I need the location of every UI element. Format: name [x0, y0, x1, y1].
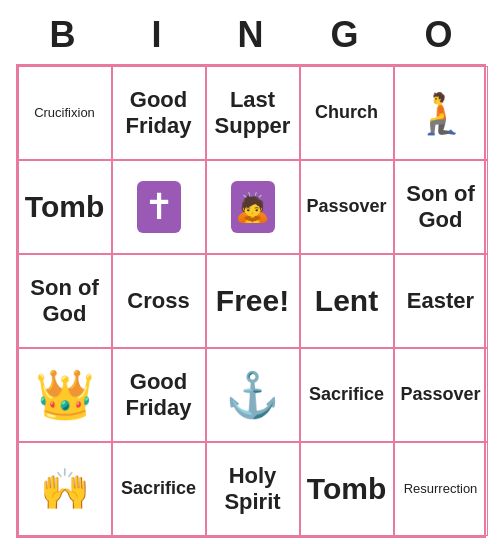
- cell-r3-c1: Good Friday: [112, 348, 206, 442]
- cell-label: Tomb: [307, 472, 386, 506]
- pray-icon: [231, 181, 275, 233]
- cell-r0-c1: Good Friday: [112, 66, 206, 160]
- cell-r2-c3: Lent: [300, 254, 394, 348]
- cell-label: Passover: [400, 384, 480, 406]
- cell-r2-c0: Son of God: [18, 254, 112, 348]
- cross-icon: [137, 181, 181, 233]
- cell-label: Sacrifice: [121, 478, 196, 500]
- header-o: O: [392, 10, 486, 60]
- cell-label: Crucifixion: [34, 105, 95, 121]
- cell-label: Son of God: [23, 275, 107, 328]
- cell-r0-c4: 🧎: [394, 66, 488, 160]
- cell-r4-c2: Holy Spirit: [206, 442, 300, 536]
- cell-r0-c3: Church: [300, 66, 394, 160]
- cell-label: Lent: [315, 284, 378, 318]
- cell-r4-c3: Tomb: [300, 442, 394, 536]
- cell-r3-c2: ⚓: [206, 348, 300, 442]
- cell-r1-c0: Tomb: [18, 160, 112, 254]
- cell-label: Holy Spirit: [211, 463, 295, 516]
- cell-r3-c4: Passover: [394, 348, 488, 442]
- cell-emoji: 🧎: [416, 90, 466, 137]
- cell-r1-c2: [206, 160, 300, 254]
- cell-r2-c2: Free!: [206, 254, 300, 348]
- bingo-header: B I N G O: [16, 10, 486, 60]
- cell-label: Free!: [216, 284, 289, 318]
- header-g: G: [298, 10, 392, 60]
- cell-r2-c4: Easter: [394, 254, 488, 348]
- bingo-card: B I N G O CrucifixionGood FridayLast Sup…: [6, 0, 496, 544]
- cell-label: Sacrifice: [309, 384, 384, 406]
- cell-r4-c0: 🙌: [18, 442, 112, 536]
- cell-label: Last Supper: [211, 87, 295, 140]
- cell-label: Good Friday: [117, 87, 201, 140]
- cell-r1-c1: [112, 160, 206, 254]
- cell-label: Tomb: [25, 190, 104, 224]
- header-b: B: [16, 10, 110, 60]
- cell-r2-c1: Cross: [112, 254, 206, 348]
- header-n: N: [204, 10, 298, 60]
- cell-label: Good Friday: [117, 369, 201, 422]
- cell-label: Easter: [407, 288, 474, 314]
- cell-label: Passover: [306, 196, 386, 218]
- cell-r0-c0: Crucifixion: [18, 66, 112, 160]
- cell-emoji: ⚓: [225, 369, 280, 421]
- cell-emoji: 👑: [35, 367, 95, 423]
- cell-r3-c0: 👑: [18, 348, 112, 442]
- header-i: I: [110, 10, 204, 60]
- cell-r3-c3: Sacrifice: [300, 348, 394, 442]
- cell-r1-c3: Passover: [300, 160, 394, 254]
- cell-emoji: 🙌: [40, 466, 90, 513]
- cell-label: Cross: [127, 288, 189, 314]
- cell-label: Resurrection: [404, 481, 478, 497]
- cell-r4-c4: Resurrection: [394, 442, 488, 536]
- cell-r1-c4: Son of God: [394, 160, 488, 254]
- cell-r4-c1: Sacrifice: [112, 442, 206, 536]
- cell-label: Church: [315, 102, 378, 124]
- bingo-grid: CrucifixionGood FridayLast SupperChurch🧎…: [16, 64, 486, 538]
- cell-r0-c2: Last Supper: [206, 66, 300, 160]
- cell-label: Son of God: [399, 181, 483, 234]
